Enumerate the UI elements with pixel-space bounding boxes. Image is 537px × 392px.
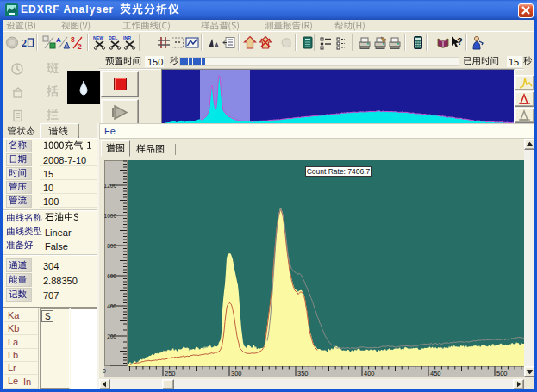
svg-text:200: 200 (107, 333, 116, 339)
svg-text:800: 800 (107, 243, 116, 249)
svg-text:NEW: NEW (93, 35, 103, 40)
svg-text:2: 2 (78, 42, 82, 50)
svg-text:500: 500 (496, 370, 508, 377)
svg-text:2: 2 (22, 37, 27, 49)
svg-text:250: 250 (165, 370, 176, 377)
svg-text:400: 400 (364, 370, 375, 377)
svg-text:INR: INR (123, 35, 131, 40)
svg-text:1200: 1200 (104, 183, 116, 189)
svg-text:300: 300 (231, 370, 242, 377)
svg-text:?: ? (457, 36, 463, 47)
svg-text:350: 350 (297, 370, 309, 377)
svg-text:1000: 1000 (104, 213, 116, 219)
svg-text:600: 600 (107, 273, 116, 279)
svg-text:8: 8 (71, 35, 75, 44)
svg-text:DEL: DEL (109, 35, 118, 40)
svg-text:450: 450 (430, 370, 441, 377)
svg-text:400: 400 (107, 303, 116, 309)
svg-text:A: A (56, 36, 61, 44)
